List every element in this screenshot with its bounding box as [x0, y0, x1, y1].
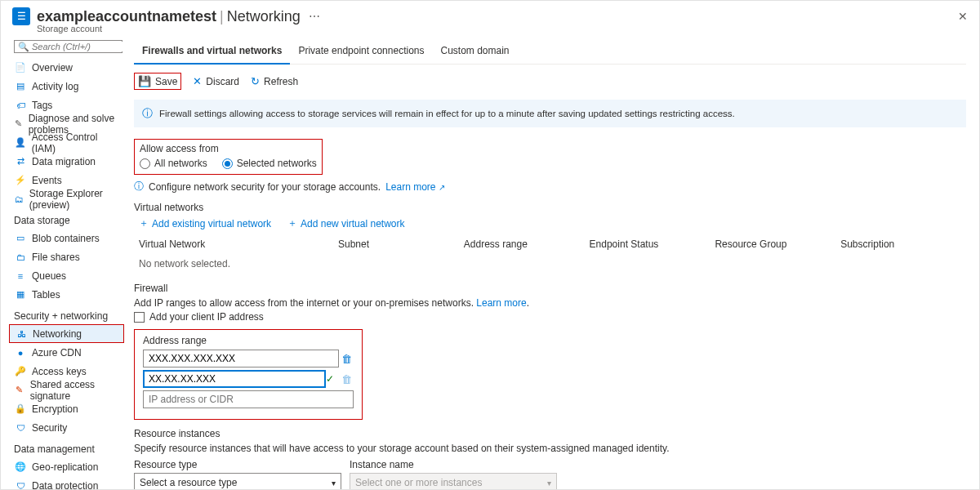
- vnet-title: Virtual networks: [134, 202, 966, 213]
- sidebar-icon: 🔑: [14, 365, 27, 378]
- allow-access-section: Allow access from All networks Selected …: [134, 139, 323, 175]
- ip-row: [143, 390, 354, 408]
- save-button[interactable]: 💾Save: [138, 75, 177, 87]
- address-range-label: Address range: [143, 335, 354, 346]
- info-icon: ⓘ: [134, 180, 144, 194]
- ip-input[interactable]: [143, 350, 339, 368]
- learn-more-link[interactable]: Learn more: [476, 297, 526, 309]
- delete-icon[interactable]: 🗑: [339, 353, 354, 365]
- sidebar-icon: 🛡: [14, 479, 27, 490]
- storage-icon: ☰: [12, 7, 30, 25]
- sidebar-item[interactable]: 🌐Geo-replication: [9, 457, 127, 476]
- ri-desc: Specify resource instances that will hav…: [134, 443, 966, 454]
- add-new-vnet[interactable]: ＋Add new virtual network: [287, 216, 404, 230]
- resource-type-label: Resource type: [134, 459, 341, 470]
- allow-access-label: Allow access from: [140, 143, 317, 154]
- sidebar-item-label: Storage Explorer (preview): [29, 188, 122, 211]
- sidebar-item[interactable]: 🛡Data protection: [9, 476, 127, 489]
- sidebar-item[interactable]: 🗂Storage Explorer (preview): [9, 189, 127, 208]
- add-existing-vnet[interactable]: ＋Add existing virtual network: [139, 216, 271, 230]
- sidebar-item[interactable]: 🔒Encryption: [9, 399, 127, 418]
- sidebar-item[interactable]: ⇄Data migration: [9, 152, 127, 171]
- refresh-icon: ↻: [251, 75, 260, 87]
- sidebar-item[interactable]: 🛡Security: [9, 418, 127, 437]
- sidebar-icon: ●: [14, 346, 27, 359]
- sidebar-icon: ⚡: [14, 174, 27, 187]
- sidebar-icon: 🗂: [14, 193, 24, 206]
- ip-input[interactable]: [143, 370, 326, 388]
- sidebar-icon: ✎: [14, 118, 24, 131]
- ip-row: 🗑: [143, 350, 354, 368]
- firewall-title: Firewall: [134, 283, 966, 294]
- config-help: ⓘ Configure network security for your st…: [134, 180, 966, 194]
- resource-type-select[interactable]: Select a resource type▾: [134, 473, 341, 489]
- sidebar-item-label: Tags: [32, 100, 52, 111]
- sidebar-icon: 🌐: [14, 461, 27, 474]
- sidebar-item[interactable]: 📄Overview: [9, 58, 127, 77]
- sidebar-item[interactable]: ▦Tables: [9, 285, 127, 304]
- sidebar-item[interactable]: ▭Blob containers: [9, 229, 127, 247]
- sidebar-item-label: Access keys: [32, 366, 87, 377]
- search-input[interactable]: 🔍 «: [14, 40, 122, 53]
- page-subtitle: Storage account: [37, 24, 979, 33]
- sidebar-item-label: Activity log: [32, 81, 78, 92]
- sidebar-item-label: Geo-replication: [32, 461, 98, 473]
- instance-name-select[interactable]: Select one or more instances▾: [350, 473, 557, 489]
- sidebar-item[interactable]: ✎Shared access signature: [9, 381, 127, 399]
- sidebar-item-label: Queues: [32, 270, 66, 282]
- sidebar-item-label: Tables: [32, 289, 60, 301]
- check-icon: ✓: [326, 373, 337, 385]
- save-icon: 💾: [138, 75, 151, 87]
- sidebar-item-label: Security: [32, 422, 67, 434]
- sidebar-item-label: Blob containers: [32, 233, 100, 244]
- sidebar-section: Data management: [9, 437, 127, 457]
- firewall-desc: Add IP ranges to allow access from the i…: [134, 297, 966, 309]
- vnet-table-header: Virtual NetworkSubnetAddress rangeEndpoi…: [134, 235, 966, 253]
- sidebar-icon: ▦: [14, 288, 27, 301]
- sidebar-item[interactable]: 🗀File shares: [9, 247, 127, 266]
- ip-row: ✓ 🗑: [143, 370, 354, 388]
- delete-icon[interactable]: 🗑: [339, 373, 354, 385]
- sidebar-icon: 📄: [14, 61, 27, 74]
- sidebar-item-label: Data migration: [32, 156, 96, 167]
- sidebar-item-label: Networking: [33, 328, 82, 340]
- radio-selected-networks[interactable]: Selected networks: [222, 158, 317, 169]
- sidebar-icon: 👤: [14, 136, 27, 149]
- add-client-ip-checkbox[interactable]: Add your client IP address: [134, 311, 966, 323]
- chevron-down-icon: ▾: [547, 479, 551, 488]
- sidebar-item[interactable]: ▤Activity log: [9, 77, 127, 96]
- sidebar-icon: 🛡: [14, 421, 27, 434]
- learn-more-link[interactable]: Learn more ↗: [385, 181, 445, 193]
- page-title: exampleaccountnametest|Networking: [37, 8, 301, 25]
- sidebar-item[interactable]: ●Azure CDN: [9, 343, 127, 362]
- sidebar-item-label: Azure CDN: [32, 347, 82, 359]
- tab-custom-domain[interactable]: Custom domain: [433, 38, 518, 64]
- sidebar-item-label: Overview: [32, 62, 73, 74]
- sidebar-icon: ▤: [14, 80, 27, 93]
- instance-name-label: Instance name: [350, 459, 557, 470]
- sb-top: 📄Overview▤Activity log🏷Tags✎Diagnose and…: [9, 58, 127, 208]
- tab-private-endpoint[interactable]: Private endpoint connections: [290, 38, 432, 64]
- sidebar-item-label: Data protection: [32, 480, 98, 490]
- sidebar-item[interactable]: 👤Access Control (IAM): [9, 133, 127, 152]
- vnet-empty: No network selected.: [134, 253, 966, 274]
- sidebar-item[interactable]: 🖧Networking: [9, 324, 124, 343]
- more-button[interactable]: ⋯: [309, 10, 320, 23]
- sidebar-icon: 🔒: [14, 403, 27, 416]
- refresh-button[interactable]: ↻Refresh: [251, 75, 298, 87]
- close-icon: ✕: [193, 75, 202, 87]
- radio-all-networks[interactable]: All networks: [140, 158, 207, 169]
- sidebar-item[interactable]: ≡Queues: [9, 266, 127, 285]
- ip-input-placeholder[interactable]: [143, 390, 354, 408]
- sidebar-item-label: Encryption: [32, 403, 78, 415]
- close-icon[interactable]: ✕: [958, 10, 968, 23]
- sidebar-icon: ▭: [14, 232, 27, 245]
- discard-button[interactable]: ✕Discard: [193, 75, 239, 87]
- sidebar: 🔍 « 📄Overview▤Activity log🏷Tags✎Diagnose…: [1, 38, 127, 489]
- ri-title: Resource instances: [134, 428, 966, 439]
- sidebar-icon: ⇄: [14, 155, 27, 168]
- sidebar-section: Data storage: [9, 208, 127, 229]
- tab-firewalls[interactable]: Firewalls and virtual networks: [134, 38, 290, 65]
- sidebar-item-label: File shares: [32, 252, 80, 263]
- info-icon: ⓘ: [142, 106, 153, 121]
